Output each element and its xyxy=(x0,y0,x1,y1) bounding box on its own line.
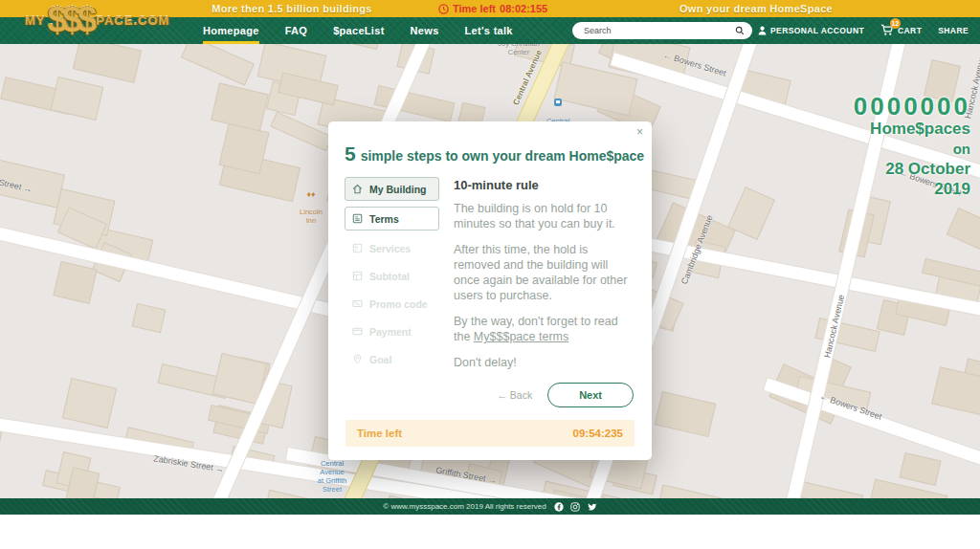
page: More then 1.5 billion buildings Time lef… xyxy=(0,0,980,549)
cart-label: CART xyxy=(898,26,922,35)
logo-my: MY xyxy=(25,13,46,28)
menu-item-let-s-talk[interactable]: Let's talk xyxy=(465,17,513,44)
user-icon xyxy=(758,26,767,35)
cart-button[interactable]: 12 CART xyxy=(880,24,922,38)
promo-icon xyxy=(351,297,364,310)
step-label: Subtotal xyxy=(369,271,410,282)
modal-title-text: simple steps to own your dream Home$pace xyxy=(361,148,644,164)
map-building xyxy=(181,44,255,85)
services-icon xyxy=(351,242,364,254)
timer-value: 08:02:155 xyxy=(500,3,547,14)
poi-joy-christian-center: Joy Christian Center xyxy=(490,44,547,56)
rule-paragraph-1: The building is on hold for 10 minutes s… xyxy=(454,201,635,231)
rule-heading: 10-minute rule xyxy=(454,178,635,192)
modal-time-left-bar: Time left 09:54:235 xyxy=(345,420,635,447)
step-label: Goal xyxy=(369,354,391,365)
transit-icon xyxy=(554,99,562,106)
announcement-right: Own your dream HomeSpace xyxy=(612,0,900,17)
modal-title-number: 5 xyxy=(345,143,356,165)
personal-account-label: PERSONAL ACCOUNT xyxy=(770,26,864,35)
step-label: Terms xyxy=(369,213,399,225)
rule-note: Don't delay! xyxy=(454,355,635,370)
copyright-text: © www.myssspace.com 2019 All rights rese… xyxy=(383,502,546,511)
next-button[interactable]: Next xyxy=(547,383,634,407)
rule-paragraph-3: By the way, don't forget to read the My$… xyxy=(454,314,635,344)
poi-label: Lincoln Inn xyxy=(292,208,330,225)
map-building xyxy=(54,261,99,304)
step-my-building[interactable]: My Building xyxy=(345,177,439,201)
modal-title: 5simple steps to own your dream Home$pac… xyxy=(345,143,635,165)
announcement-left: More then 1.5 billion buildings xyxy=(196,0,388,17)
steps-list: My BuildingTermsServicesSubtotalPromo co… xyxy=(345,177,439,381)
homespaces-counter: 0000000 Home$paces on 28 October 2019 xyxy=(854,94,970,199)
counter-line3: 28 October xyxy=(854,159,970,179)
bottom-whitespace xyxy=(0,515,980,549)
footer-bar: © www.myssspace.com 2019 All rights rese… xyxy=(0,498,980,515)
menu-item-homepage[interactable]: Homepage xyxy=(203,17,259,44)
time-left-label: Time left xyxy=(357,428,402,439)
site-logo[interactable]: MY $$$ PACE.COM xyxy=(25,1,169,39)
step-label: Promo code xyxy=(369,298,428,310)
map-building xyxy=(796,480,863,499)
share-button[interactable]: SHARE xyxy=(938,26,969,35)
map-building xyxy=(324,44,382,50)
map-building xyxy=(211,82,269,131)
logo-rest: PACE.COM xyxy=(96,13,169,28)
counter-number: 0000000 xyxy=(854,94,970,119)
goal-icon xyxy=(351,353,364,365)
share-label: SHARE xyxy=(938,26,969,35)
map-building xyxy=(931,366,980,415)
map-building xyxy=(655,391,717,438)
terms-icon xyxy=(351,212,364,225)
step-services: Services xyxy=(345,238,439,258)
step-label: Payment xyxy=(369,326,412,338)
step-promo-code: Promo code xyxy=(345,294,439,314)
rule-paragraph-2: After this time, the hold is removed and… xyxy=(454,242,635,303)
cart-count-badge: 12 xyxy=(890,18,901,29)
back-button[interactable]: ← Back xyxy=(497,389,532,401)
step-label: Services xyxy=(369,243,411,254)
map-building xyxy=(73,44,143,83)
search-input[interactable] xyxy=(584,26,735,35)
map-building xyxy=(51,77,104,121)
step-terms[interactable]: Terms xyxy=(345,207,439,231)
counter-line4: 2019 xyxy=(854,179,970,199)
payment-icon xyxy=(351,325,364,338)
cart-icon: 12 xyxy=(880,24,894,38)
steps-modal: × 5simple steps to own your dream Home$p… xyxy=(328,121,652,460)
search-icon[interactable] xyxy=(735,26,745,35)
poi-lincoln-inn: ♦♦ Lincoln Inn xyxy=(292,181,330,233)
time-left-value: 09:54:235 xyxy=(573,428,623,439)
menu-item-news[interactable]: News xyxy=(411,17,439,44)
map-building xyxy=(656,485,737,499)
twitter-icon[interactable] xyxy=(587,502,597,512)
terms-link[interactable]: My$$$pace terms xyxy=(474,330,568,343)
clock-icon xyxy=(438,4,449,14)
map-building xyxy=(132,303,166,333)
menu-item--pacelist[interactable]: $paceList xyxy=(333,17,384,44)
logo-dollar-signs: $$$ xyxy=(48,1,93,39)
main-menu: HomepageFAQ$paceListNewsLet's talk xyxy=(203,17,513,44)
map-building xyxy=(900,452,942,486)
step-label: My Building xyxy=(369,184,427,195)
global-timer: Time left 08:02:155 xyxy=(438,0,547,17)
personal-account-button[interactable]: PERSONAL ACCOUNT xyxy=(758,26,864,35)
search-box[interactable] xyxy=(572,22,752,39)
subtotal-icon xyxy=(351,270,364,282)
restaurant-icon: ♦♦ xyxy=(292,189,330,199)
step-payment: Payment xyxy=(345,321,439,341)
step-goal: Goal xyxy=(345,349,439,369)
facebook-icon[interactable] xyxy=(554,502,564,512)
home-icon xyxy=(351,183,364,195)
modal-content: 10-minute rule The building is on hold f… xyxy=(454,177,635,381)
map-building xyxy=(62,378,117,428)
counter-line2: on xyxy=(854,139,970,159)
counter-line1: Home$paces xyxy=(854,119,970,139)
timer-label: Time left xyxy=(453,3,496,14)
step-subtotal: Subtotal xyxy=(345,266,439,286)
menu-item-faq[interactable]: FAQ xyxy=(285,17,308,44)
close-icon[interactable]: × xyxy=(636,126,643,138)
map-building xyxy=(947,208,980,262)
transit-label: Central Avenue at Griffith Street xyxy=(308,459,356,494)
instagram-icon[interactable] xyxy=(570,502,580,512)
